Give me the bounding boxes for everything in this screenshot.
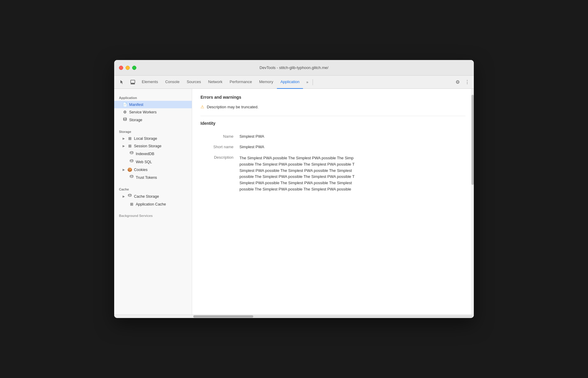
panel-inner: Errors and warnings ⚠ Description may be… [192, 89, 474, 204]
cache-storage-icon [127, 194, 132, 199]
identity-section: Name Simplest PWA Short name Simplest PW… [200, 129, 465, 198]
sidebar-item-storage[interactable]: Storage [114, 116, 192, 124]
app-section-label: Application [114, 95, 192, 101]
sidebar-item-local-storage[interactable]: ▶ ⊞ Local Storage [114, 135, 192, 142]
description-label: Description [200, 155, 239, 160]
sidebar-item-application-cache[interactable]: ⊞ Application Cache [114, 200, 192, 208]
tab-memory[interactable]: Memory [256, 76, 277, 89]
panel-content: Errors and warnings ⚠ Description may be… [192, 89, 474, 314]
warning-row: ⚠ Description may be truncated. [200, 103, 465, 111]
identity-row-name: Name Simplest PWA [200, 131, 465, 142]
storage-icon [123, 117, 127, 122]
expand-arrow-local-storage: ▶ [123, 137, 125, 140]
maximize-button[interactable] [132, 66, 136, 70]
web-sql-icon [129, 159, 134, 164]
svg-point-3 [130, 152, 133, 153]
svg-rect-1 [131, 83, 135, 84]
application-cache-icon: ⊞ [129, 202, 134, 206]
sidebar: Application 📄 Manifest ⚙ Service Workers… [114, 89, 192, 314]
svg-point-5 [130, 175, 133, 176]
svg-point-6 [128, 194, 131, 195]
window-title: DevTools - stitch-glib-typhoon.glitch.me… [260, 65, 328, 70]
svg-point-4 [130, 160, 133, 161]
close-button[interactable] [119, 66, 123, 70]
title-bar: DevTools - stitch-glib-typhoon.glitch.me… [114, 60, 474, 76]
indexeddb-icon [129, 151, 134, 156]
sidebar-item-service-workers[interactable]: ⚙ Service Workers [114, 108, 192, 116]
settings-button[interactable]: ⚙ [453, 78, 462, 86]
errors-title: Errors and warnings [200, 95, 465, 100]
warning-icon: ⚠ [200, 104, 204, 109]
warning-text: Description may be truncated. [207, 105, 259, 109]
description-value: The Simplest PWA possible The Simplest P… [239, 155, 465, 193]
tab-sources[interactable]: Sources [183, 76, 205, 89]
sidebar-item-manifest[interactable]: 📄 Manifest [114, 101, 192, 108]
dock-icon[interactable] [127, 77, 138, 88]
sidebar-item-indexeddb[interactable]: IndexedDB [114, 150, 192, 158]
horizontal-scroll-track[interactable] [193, 315, 473, 318]
trust-tokens-icon [129, 175, 134, 180]
sidebar-item-trust-tokens[interactable]: Trust Tokens [114, 173, 192, 182]
more-options-button[interactable]: ⋮ [463, 78, 471, 86]
tab-more-button[interactable]: » [303, 78, 311, 86]
scrollbar-thumb[interactable] [471, 95, 474, 185]
expand-arrow-cookies: ▶ [123, 168, 125, 171]
devtools-window: DevTools - stitch-glib-typhoon.glitch.me… [114, 60, 474, 318]
vertical-scrollbar[interactable] [471, 89, 474, 314]
bottom-scrollbar [114, 314, 474, 318]
short-name-label: Short name [200, 145, 239, 149]
identity-row-description: Description The Simplest PWA possible Th… [200, 152, 465, 196]
service-worker-icon: ⚙ [123, 110, 127, 114]
bg-services-label: Background Services [114, 213, 192, 219]
manifest-icon: 📄 [123, 102, 127, 107]
tab-separator [313, 79, 313, 85]
tab-performance[interactable]: Performance [226, 76, 255, 89]
expand-arrow-session-storage: ▶ [123, 144, 125, 148]
local-storage-icon: ⊞ [127, 136, 132, 141]
cookies-icon: 🍪 [127, 167, 132, 172]
section-divider-1 [200, 116, 465, 116]
main-content: Application 📄 Manifest ⚙ Service Workers… [114, 89, 474, 314]
sidebar-item-cache-storage[interactable]: ▶ Cache Storage [114, 192, 192, 200]
name-label: Name [200, 134, 239, 139]
minimize-button[interactable] [126, 66, 130, 70]
identity-row-short-name: Short name Simplest PWA [200, 142, 465, 152]
tab-actions: ⚙ ⋮ [453, 78, 471, 86]
identity-title: Identity [200, 121, 465, 126]
sidebar-item-web-sql[interactable]: Web SQL [114, 158, 192, 166]
tab-application[interactable]: Application [277, 76, 303, 89]
cursor-icon[interactable] [117, 77, 127, 88]
name-value: Simplest PWA [239, 134, 465, 139]
storage-section-label: Storage [114, 129, 192, 135]
sidebar-item-cookies[interactable]: ▶ 🍪 Cookies [114, 166, 192, 173]
tab-elements[interactable]: Elements [138, 76, 162, 89]
sidebar-item-session-storage[interactable]: ▶ ⊞ Session Storage [114, 142, 192, 150]
svg-point-2 [123, 118, 126, 119]
tab-network[interactable]: Network [205, 76, 226, 89]
traffic-lights [119, 66, 136, 70]
short-name-value: Simplest PWA [239, 145, 465, 149]
horizontal-scroll-thumb[interactable] [193, 315, 253, 318]
session-storage-icon: ⊞ [127, 144, 132, 148]
expand-arrow-cache-storage: ▶ [123, 195, 125, 198]
cache-section-label: Cache [114, 186, 192, 192]
svg-rect-0 [131, 80, 135, 83]
tab-console[interactable]: Console [162, 76, 183, 89]
devtools-tab-bar: Elements Console Sources Network Perform… [114, 76, 474, 89]
